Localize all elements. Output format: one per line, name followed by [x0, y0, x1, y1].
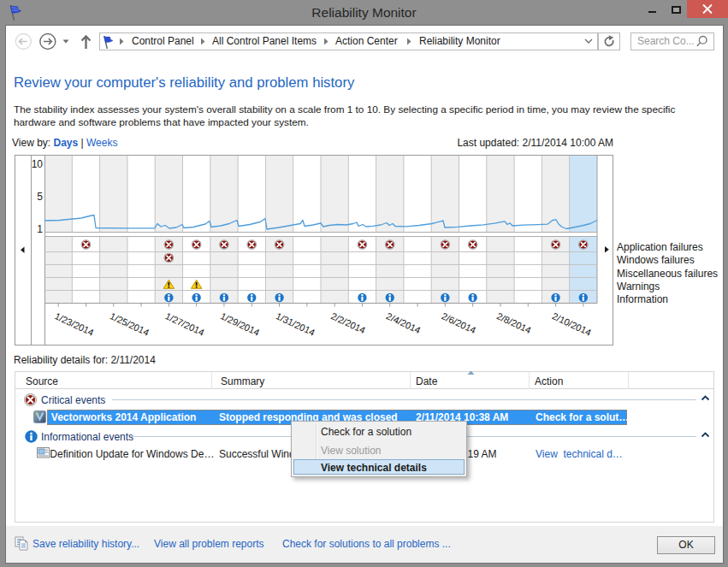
- svg-text:1: 1: [37, 223, 43, 235]
- svg-text:10: 10: [32, 158, 44, 170]
- svg-text:5: 5: [37, 191, 43, 203]
